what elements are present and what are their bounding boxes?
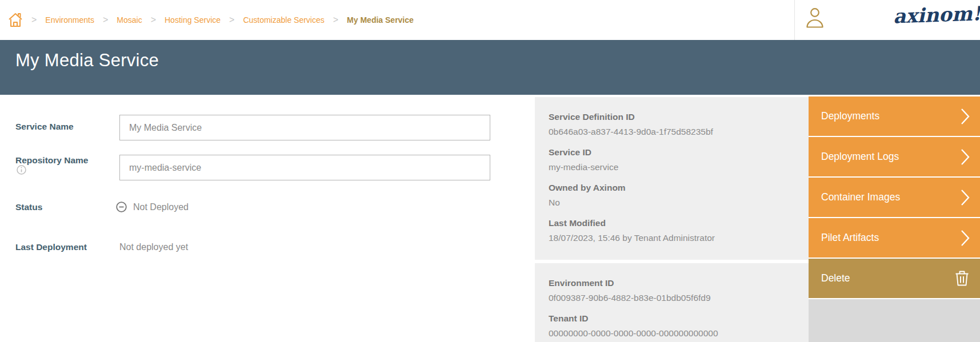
service-name-input[interactable]	[119, 115, 490, 140]
breadcrumb-item-hosting-service[interactable]: Hosting Service	[165, 15, 221, 25]
detail-field: Last Modified 18/07/2023, 15:46 by Tenan…	[549, 218, 795, 244]
detail-field: Service ID my-media-service	[549, 147, 795, 173]
last-deployment-label: Last Deployment	[15, 242, 87, 253]
breadcrumb-separator: >	[103, 15, 108, 25]
status-value: Not Deployed	[133, 202, 189, 213]
tenant-id-label: Tenant ID	[549, 313, 795, 324]
topbar-divider	[794, 0, 795, 40]
breadcrumb-item-customizable-services[interactable]: Customizable Services	[243, 15, 324, 25]
deployments-button-label: Deployments	[821, 110, 879, 122]
chevron-right-icon	[961, 230, 970, 247]
detail-field: Environment ID 0f009387-90b6-4882-b83e-0…	[549, 277, 795, 304]
trash-icon	[954, 270, 970, 287]
info-icon[interactable]	[17, 165, 26, 175]
home-icon[interactable]	[8, 12, 23, 28]
owned-by-axinom-value: No	[549, 197, 795, 208]
container-images-button-label: Container Images	[821, 191, 900, 203]
service-name-label: Service Name	[15, 121, 74, 132]
breadcrumb: > Environments > Mosaic > Hosting Servic…	[8, 0, 414, 40]
user-icon	[811, 9, 819, 17]
environment-id-label: Environment ID	[549, 277, 795, 289]
repository-name-label: Repository Name	[15, 155, 88, 166]
service-details-panel: Service Definition ID 0b646a03-a837-4413…	[535, 97, 809, 260]
service-definition-id-value: 0b646a03-a837-4413-9d0a-1f75d58235bf	[549, 126, 795, 138]
status-label: Status	[15, 202, 42, 213]
detail-field: Service Definition ID 0b646a03-a837-4413…	[549, 111, 795, 138]
container-images-button[interactable]: Container Images	[809, 178, 980, 217]
axinom-logo[interactable]: axinom!	[893, 2, 979, 27]
delete-button[interactable]: Delete	[809, 259, 980, 298]
breadcrumb-item-mosaic[interactable]: Mosaic	[117, 15, 142, 25]
delete-button-label: Delete	[821, 272, 850, 284]
owned-by-axinom-label: Owned by Axinom	[549, 182, 795, 194]
last-deployment-value: Not deployed yet	[119, 242, 188, 253]
repository-name-input[interactable]	[119, 155, 490, 180]
user-profile-button[interactable]	[805, 7, 825, 30]
last-modified-value: 18/07/2023, 15:46 by Tenant Administrato…	[549, 232, 795, 244]
last-modified-label: Last Modified	[549, 218, 795, 229]
top-bar: > Environments > Mosaic > Hosting Servic…	[0, 0, 980, 40]
page-title: My Media Service	[0, 40, 980, 71]
chevron-right-icon	[961, 148, 970, 166]
deployment-logs-button[interactable]: Deployment Logs	[809, 137, 980, 176]
actions-sidebar: Deployments Deployment Logs Container Im…	[809, 96, 980, 342]
chevron-right-icon	[961, 108, 970, 125]
pilet-artifacts-button[interactable]: Pilet Artifacts	[809, 218, 980, 257]
breadcrumb-separator: >	[31, 15, 37, 25]
breadcrumb-item-current: My Media Service	[347, 15, 414, 25]
breadcrumb-separator: >	[151, 15, 156, 25]
chevron-right-icon	[961, 189, 970, 206]
not-deployed-icon	[116, 202, 127, 212]
service-id-value: my-media-service	[549, 162, 795, 173]
content-area: Service Name Repository Name Status Not …	[0, 95, 980, 342]
detail-field: Tenant ID 00000000-0000-0000-0000-000000…	[549, 313, 795, 339]
environment-id-value: 0f009387-90b6-4882-b83e-01bdb05f6fd9	[549, 292, 795, 304]
pilet-artifacts-button-label: Pilet Artifacts	[821, 232, 879, 244]
breadcrumb-item-environments[interactable]: Environments	[45, 15, 94, 25]
deployment-logs-button-label: Deployment Logs	[821, 151, 899, 163]
sidebar-filler	[809, 299, 980, 342]
deployments-button[interactable]: Deployments	[809, 96, 980, 136]
service-definition-id-label: Service Definition ID	[549, 111, 795, 123]
detail-field: Owned by Axinom No	[549, 182, 795, 208]
environment-details-panel: Environment ID 0f009387-90b6-4882-b83e-0…	[535, 263, 809, 342]
breadcrumb-separator: >	[333, 15, 338, 25]
page-header: My Media Service	[0, 40, 980, 95]
tenant-id-value: 00000000-0000-0000-0000-000000000000	[549, 328, 795, 339]
service-id-label: Service ID	[549, 147, 795, 158]
breadcrumb-separator: >	[229, 15, 234, 25]
